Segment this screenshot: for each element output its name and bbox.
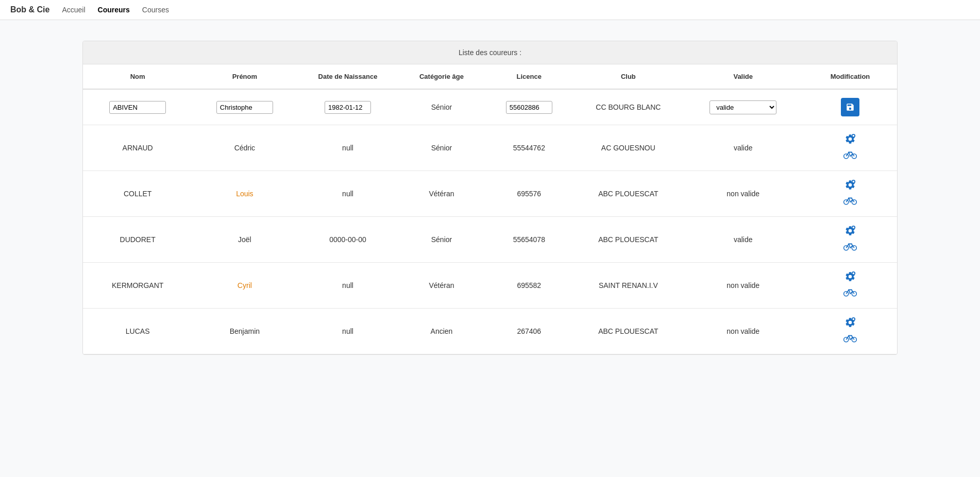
table-row: KERMORGANT Cyril null Vétéran 695582 SAI…: [83, 263, 897, 309]
cell-licence: 695576: [484, 171, 573, 217]
table-header-row: Nom Prénom Date de Naissance Catégorie â…: [83, 64, 897, 89]
cell-valide: valide: [683, 125, 803, 171]
bike-icon[interactable]: [843, 149, 857, 162]
svg-point-2: [844, 154, 849, 159]
brand-logo: Bob & Cie: [10, 5, 49, 14]
gear-icon[interactable]: [844, 133, 856, 147]
svg-point-4: [850, 156, 851, 157]
coureurs-card: Liste des coureurs : Nom Prénom Date de …: [82, 41, 898, 355]
cell-prenom: [192, 89, 297, 125]
svg-point-22: [844, 337, 849, 342]
input-date[interactable]: [325, 101, 371, 114]
cell-licence: 55654078: [484, 217, 573, 263]
save-button[interactable]: [841, 98, 859, 116]
action-icons: [809, 271, 891, 300]
bike-icon[interactable]: [843, 241, 857, 254]
col-header-club: Club: [573, 64, 683, 89]
cell-modification: [803, 217, 897, 263]
cell-date: null: [297, 125, 398, 171]
cell-nom: KERMORGANT: [83, 263, 192, 309]
table-row: Sénior CC BOURG BLANC valide non valide: [83, 89, 897, 125]
gear-icon[interactable]: [844, 225, 856, 239]
table-row: ARNAUD Cédric null Sénior 55544762 AC GO…: [83, 125, 897, 171]
cell-modification: [803, 309, 897, 354]
svg-point-11: [853, 227, 855, 229]
cell-prenom: Benjamin: [192, 309, 297, 354]
cell-date: null: [297, 171, 398, 217]
cell-date: null: [297, 263, 398, 309]
col-header-date: Date de Naissance: [297, 64, 398, 89]
cell-categorie: Sénior: [399, 125, 485, 171]
action-icons: [809, 317, 891, 346]
cell-club: ABC PLOUESCAT: [573, 309, 683, 354]
cell-categorie: Ancien: [399, 309, 485, 354]
cell-valide: valide: [683, 217, 803, 263]
svg-point-7: [844, 200, 849, 205]
bike-icon[interactable]: [843, 333, 857, 346]
cell-date: null: [297, 309, 398, 354]
cell-licence: 55544762: [484, 125, 573, 171]
navbar: Bob & Cie Accueil Coureurs Courses: [0, 0, 980, 20]
cell-date: 0000-00-00: [297, 217, 398, 263]
coureurs-table: Nom Prénom Date de Naissance Catégorie â…: [83, 64, 897, 354]
col-header-nom: Nom: [83, 64, 192, 89]
save-icon: [846, 103, 855, 112]
svg-point-24: [850, 339, 851, 340]
svg-point-9: [850, 201, 851, 202]
action-icons: [809, 179, 891, 208]
svg-point-12: [844, 246, 849, 250]
svg-point-1: [853, 135, 855, 137]
nav-accueil[interactable]: Accueil: [62, 6, 85, 14]
table-row: LUCAS Benjamin null Ancien 267406 ABC PL…: [83, 309, 897, 354]
cell-valide: non valide: [683, 263, 803, 309]
cell-modification: [803, 171, 897, 217]
cell-nom: LUCAS: [83, 309, 192, 354]
gear-icon[interactable]: [844, 179, 856, 193]
svg-point-14: [850, 247, 851, 248]
cell-club: SAINT RENAN.I.V: [573, 263, 683, 309]
cell-categorie: Sénior: [399, 217, 485, 263]
cell-prenom: Cyril: [192, 263, 297, 309]
nav-courses[interactable]: Courses: [142, 6, 169, 14]
cell-modification: [803, 89, 897, 125]
svg-point-16: [853, 272, 855, 275]
cell-club: ABC PLOUESCAT: [573, 171, 683, 217]
gear-icon[interactable]: [844, 317, 856, 331]
cell-prenom: Joël: [192, 217, 297, 263]
cell-licence: 695582: [484, 263, 573, 309]
svg-point-6: [853, 181, 855, 183]
input-nom[interactable]: [109, 101, 166, 114]
cell-valide: non valide: [683, 309, 803, 354]
svg-point-13: [852, 246, 856, 250]
cell-licence: [484, 89, 573, 125]
cell-prenom: Cédric: [192, 125, 297, 171]
table-row: DUDORET Joël 0000-00-00 Sénior 55654078 …: [83, 217, 897, 263]
col-header-categorie: Catégorie âge: [399, 64, 485, 89]
action-icons: [809, 133, 891, 162]
svg-point-23: [852, 337, 856, 342]
cell-club: ABC PLOUESCAT: [573, 217, 683, 263]
col-header-licence: Licence: [484, 64, 573, 89]
cell-club: CC BOURG BLANC: [573, 89, 683, 125]
gear-icon[interactable]: [844, 271, 856, 285]
cell-nom: [83, 89, 192, 125]
bike-icon[interactable]: [843, 195, 857, 208]
input-prenom[interactable]: [216, 101, 273, 114]
table-body: Sénior CC BOURG BLANC valide non valide …: [83, 89, 897, 354]
input-licence[interactable]: [506, 101, 552, 114]
select-valide[interactable]: valide non valide: [709, 100, 776, 114]
cell-nom: DUDORET: [83, 217, 192, 263]
svg-point-19: [850, 293, 851, 294]
cell-valide: non valide: [683, 171, 803, 217]
cell-modification: [803, 263, 897, 309]
cell-categorie: Vétéran: [399, 263, 485, 309]
nav-coureurs[interactable]: Coureurs: [98, 6, 130, 14]
cell-date: [297, 89, 398, 125]
svg-point-18: [852, 292, 856, 296]
col-header-prenom: Prénom: [192, 64, 297, 89]
svg-point-17: [844, 292, 849, 296]
bike-icon[interactable]: [843, 287, 857, 300]
cell-nom: COLLET: [83, 171, 192, 217]
col-header-modification: Modification: [803, 64, 897, 89]
svg-point-3: [852, 154, 856, 159]
